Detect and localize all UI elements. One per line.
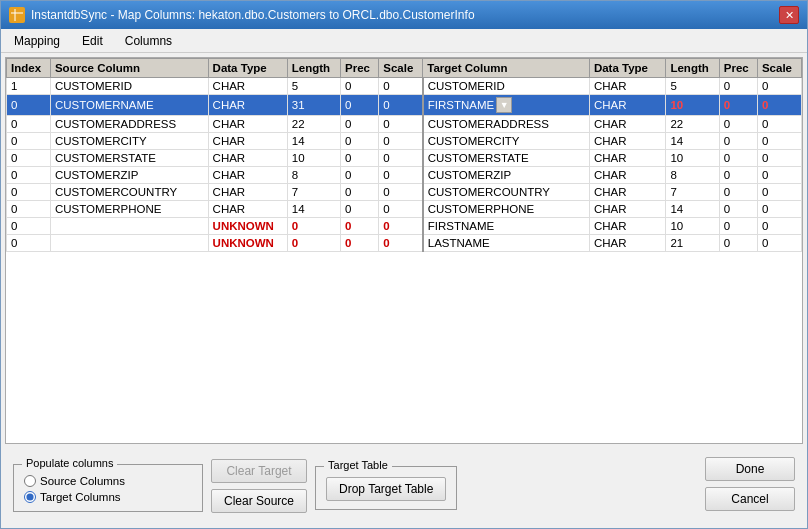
col-source-length: Length [287,59,340,78]
target-col-text: FIRSTNAME [428,99,494,111]
col-target-length: Length [666,59,719,78]
bottom-panel: Populate columns Source Columns Target C… [5,444,803,524]
table-row[interactable]: 0CUSTOMERCITYCHAR1400CUSTOMERCITYCHAR140… [7,133,802,150]
title-bar: InstantdbSync - Map Columns: hekaton.dbo… [1,1,807,29]
col-source: Source Column [50,59,208,78]
source-columns-radio-label[interactable]: Source Columns [24,475,192,487]
target-table-group: Target Table Drop Target Table [315,466,457,510]
close-button[interactable]: ✕ [779,6,799,24]
table-row[interactable]: 0UNKNOWN000FIRSTNAMECHAR1000 [7,218,802,235]
populate-group-label: Populate columns [22,457,117,469]
col-source-scale: Scale [379,59,423,78]
target-columns-radio[interactable] [24,491,36,503]
source-columns-label: Source Columns [40,475,125,487]
table-body: 1CUSTOMERIDCHAR500CUSTOMERIDCHAR5000CUST… [7,78,802,252]
svg-rect-0 [11,9,23,21]
done-cancel-area: Done Cancel [705,457,795,511]
col-target: Target Column [423,59,590,78]
col-target-scale: Scale [757,59,801,78]
col-source-prec: Prec [341,59,379,78]
done-button[interactable]: Done [705,457,795,481]
menu-bar: Mapping Edit Columns [1,29,807,53]
clear-buttons-area: Clear Target Clear Source [211,459,307,513]
table-row[interactable]: 0CUSTOMERPHONECHAR1400CUSTOMERPHONECHAR1… [7,201,802,218]
table-row[interactable]: 0CUSTOMERSTATECHAR1000CUSTOMERSTATECHAR1… [7,150,802,167]
app-icon [9,7,25,23]
table-row[interactable]: 0CUSTOMERZIPCHAR800CUSTOMERZIPCHAR800 [7,167,802,184]
cancel-button[interactable]: Cancel [705,487,795,511]
menu-edit[interactable]: Edit [73,31,112,51]
target-columns-radio-label[interactable]: Target Columns [24,491,192,503]
dropdown-arrow-icon[interactable]: ▼ [496,97,512,113]
col-index: Index [7,59,51,78]
col-target-prec: Prec [719,59,757,78]
populate-columns-group: Populate columns Source Columns Target C… [13,464,203,512]
content-area: Index Source Column Data Type Length Pre… [1,53,807,528]
table-row[interactable]: 0CUSTOMERCOUNTRYCHAR700CUSTOMERCOUNTRYCH… [7,184,802,201]
table-row[interactable]: 0CUSTOMERADDRESSCHAR2200CUSTOMERADDRESSC… [7,116,802,133]
clear-source-button[interactable]: Clear Source [211,489,307,513]
col-target-dtype: Data Type [589,59,666,78]
table-header-row: Index Source Column Data Type Length Pre… [7,59,802,78]
table-row[interactable]: 0UNKNOWN000LASTNAMECHAR2100 [7,235,802,252]
title-bar-left: InstantdbSync - Map Columns: hekaton.dbo… [9,7,475,23]
table-row[interactable]: 0CUSTOMERNAMECHAR3100FIRSTNAME▼CHAR1000 [7,95,802,116]
menu-mapping[interactable]: Mapping [5,31,69,51]
col-source-dtype: Data Type [208,59,287,78]
window-title: InstantdbSync - Map Columns: hekaton.dbo… [31,8,475,22]
target-table-group-label: Target Table [324,459,392,471]
main-window: InstantdbSync - Map Columns: hekaton.dbo… [0,0,808,529]
table-row[interactable]: 1CUSTOMERIDCHAR500CUSTOMERIDCHAR500 [7,78,802,95]
target-columns-label: Target Columns [40,491,121,503]
source-columns-radio[interactable] [24,475,36,487]
clear-target-button[interactable]: Clear Target [211,459,307,483]
mapping-table-container: Index Source Column Data Type Length Pre… [5,57,803,444]
menu-columns[interactable]: Columns [116,31,181,51]
mapping-table: Index Source Column Data Type Length Pre… [6,58,802,252]
target-col-dropdown-wrapper[interactable]: FIRSTNAME▼ [428,97,585,113]
drop-target-table-button[interactable]: Drop Target Table [326,477,446,501]
